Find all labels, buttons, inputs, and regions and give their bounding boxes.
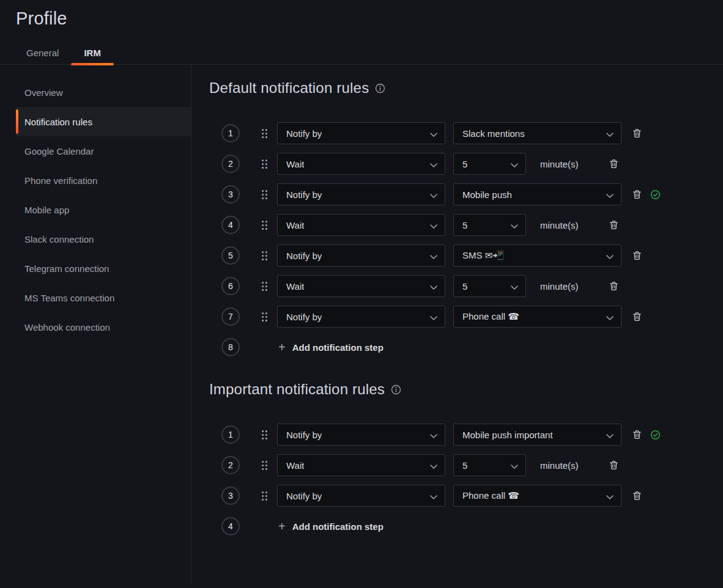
step-action-select[interactable]: Wait	[277, 275, 445, 297]
step-row: 6 Wait 5 minute(s)	[209, 275, 723, 297]
delete-step-button[interactable]	[608, 280, 620, 292]
chevron-down-icon	[430, 251, 437, 261]
sidebar-item-ms-teams-connection[interactable]: MS Teams connection	[16, 283, 191, 312]
chevron-down-icon	[606, 312, 614, 322]
chevron-down-icon	[511, 220, 518, 230]
drag-handle-icon[interactable]	[261, 128, 268, 139]
step-action-select[interactable]: Notify by	[277, 183, 445, 205]
drag-handle-icon[interactable]	[261, 460, 268, 471]
plus-icon: +	[278, 341, 286, 353]
step-action-select[interactable]: Wait	[277, 454, 445, 476]
notify-channel-select[interactable]: SMS ✉📲	[453, 244, 621, 266]
step-row: 1 Notify by Mobile push important	[209, 424, 723, 446]
step-number: 5	[221, 246, 240, 265]
chevron-down-icon	[606, 128, 614, 139]
step-action-select[interactable]: Notify by	[277, 306, 445, 328]
notify-channel-select[interactable]: Slack mentions	[453, 122, 621, 144]
delete-step-button[interactable]	[631, 311, 643, 323]
sidebar-item-label: Phone verification	[24, 175, 97, 186]
chevron-down-icon	[430, 128, 437, 139]
drag-handle-icon[interactable]	[261, 281, 268, 292]
sidebar-item-telegram-connection[interactable]: Telegram connection	[16, 254, 191, 283]
minutes-label: minute(s)	[540, 159, 579, 169]
chevron-down-icon	[511, 281, 518, 292]
step-action-select[interactable]: Notify by	[277, 244, 445, 266]
chevron-down-icon	[606, 430, 614, 440]
sidebar-item-mobile-app[interactable]: Mobile app	[16, 195, 191, 224]
step-row: 2 Wait 5 minute(s)	[209, 454, 723, 476]
step-number: 4	[221, 216, 240, 234]
step-action-select[interactable]: Wait	[277, 214, 445, 236]
sidebar-item-notification-rules[interactable]: Notification rules	[16, 107, 191, 136]
chevron-down-icon	[430, 460, 437, 471]
step-row: 1 Notify by Slack mentions	[209, 122, 723, 144]
drag-handle-icon[interactable]	[261, 312, 268, 322]
notify-channel-select[interactable]: Phone call ☎	[453, 485, 621, 507]
info-icon[interactable]	[375, 83, 385, 94]
drag-handle-icon[interactable]	[261, 251, 268, 261]
delete-step-button[interactable]	[631, 249, 643, 262]
step-number: 3	[221, 185, 240, 204]
chevron-down-icon	[606, 251, 614, 261]
step-row: 5 Notify by SMS ✉📲	[209, 244, 723, 266]
section-header: Default notification rules	[209, 79, 723, 97]
step-action-select[interactable]: Notify by	[277, 424, 445, 446]
step-row: 3 Notify by Phone call ☎	[209, 485, 723, 507]
drag-handle-icon[interactable]	[261, 430, 268, 440]
drag-handle-icon[interactable]	[261, 220, 268, 230]
sidebar-item-webhook-connection[interactable]: Webhook connection	[16, 312, 191, 342]
sidebar-item-phone-verification[interactable]: Phone verification	[16, 166, 191, 195]
delete-step-button[interactable]	[608, 158, 620, 170]
notify-channel-select[interactable]: Phone call ☎	[453, 306, 621, 328]
delete-step-button[interactable]	[631, 188, 643, 200]
chevron-down-icon	[430, 430, 437, 440]
add-notification-step-button[interactable]: + Add notification step	[278, 341, 384, 353]
step-action-select[interactable]: Notify by	[277, 122, 445, 144]
delete-step-button[interactable]	[608, 219, 620, 231]
sidebar-item-overview[interactable]: Overview	[16, 78, 191, 107]
sidebar-item-label: Overview	[24, 87, 63, 98]
step-number: 7	[221, 307, 240, 326]
step-row: 2 Wait 5 minute(s)	[209, 153, 723, 175]
info-icon[interactable]	[391, 384, 401, 395]
wait-duration-select[interactable]: 5	[453, 153, 526, 175]
add-notification-step-button[interactable]: + Add notification step	[278, 520, 384, 532]
wait-duration-select[interactable]: 5	[453, 275, 526, 297]
tab-general[interactable]: General	[26, 41, 59, 64]
drag-handle-icon[interactable]	[261, 491, 268, 501]
delete-step-button[interactable]	[631, 127, 643, 139]
sidebar-item-label: Webhook connection	[24, 322, 110, 333]
chevron-down-icon	[430, 312, 437, 322]
step-number: 4	[221, 517, 240, 535]
step-action-select[interactable]: Wait	[277, 153, 445, 175]
notify-channel-select[interactable]: Mobile push	[453, 183, 621, 205]
step-number: 1	[221, 124, 240, 142]
step-number: 6	[221, 277, 240, 295]
notify-channel-select[interactable]: Mobile push important	[453, 424, 621, 446]
wait-duration-select[interactable]: 5	[453, 214, 526, 236]
main-content: Default notification rules 1 Notify by	[191, 65, 723, 585]
tab-irm[interactable]: IRM	[84, 41, 101, 64]
delete-step-button[interactable]	[608, 459, 620, 471]
chevron-down-icon	[430, 159, 437, 169]
sidebar-item-label: Notification rules	[24, 117, 92, 127]
step-number: 2	[221, 155, 240, 173]
step-number: 8	[221, 338, 240, 356]
delete-step-button[interactable]	[631, 428, 643, 441]
drag-handle-icon[interactable]	[261, 159, 268, 169]
chevron-down-icon	[606, 189, 614, 200]
sidebar-item-google-calendar[interactable]: Google Calendar	[16, 136, 191, 166]
sidebar-item-slack-connection[interactable]: Slack connection	[16, 224, 191, 254]
verified-icon	[650, 189, 661, 200]
step-number: 2	[221, 456, 240, 474]
drag-handle-icon[interactable]	[261, 189, 268, 200]
delete-step-button[interactable]	[631, 490, 643, 502]
chevron-down-icon	[430, 220, 437, 230]
step-row: 3 Notify by Mobile push	[209, 183, 723, 205]
step-action-select[interactable]: Notify by	[277, 485, 445, 507]
notification-rules-section: Important notification rules 1 Notify by	[209, 381, 723, 537]
chevron-down-icon	[511, 460, 518, 471]
steps-list: 1 Notify by Slack mentions	[209, 122, 723, 358]
wait-duration-select[interactable]: 5	[453, 454, 526, 476]
notification-rules-section: Default notification rules 1 Notify by	[209, 79, 723, 358]
